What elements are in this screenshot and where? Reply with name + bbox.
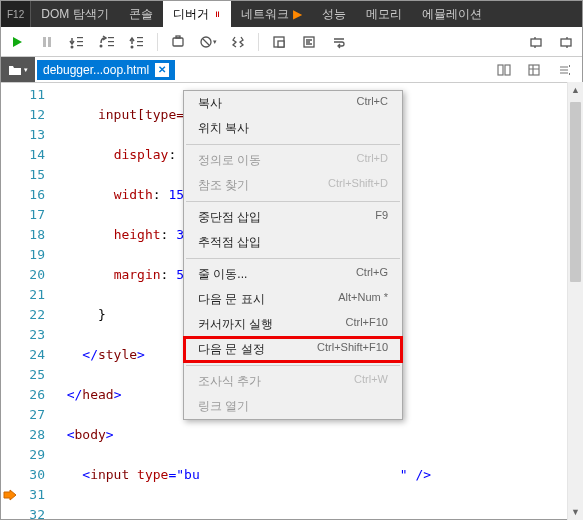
tab-network[interactable]: 네트워크 ▶ <box>231 1 312 27</box>
tab-f12[interactable]: F12 <box>1 1 31 27</box>
step-out-button[interactable] <box>127 32 147 52</box>
tab-memory[interactable]: 메모리 <box>356 1 412 27</box>
scroll-up-button[interactable]: ▲ <box>568 82 583 98</box>
svg-point-2 <box>71 45 74 48</box>
svg-rect-1 <box>48 37 51 47</box>
svg-rect-23 <box>505 65 510 75</box>
svg-point-10 <box>131 45 134 48</box>
toggle-panel-button[interactable] <box>554 60 574 80</box>
file-tab-label: debugger...oop.html <box>43 63 149 77</box>
toolbar-separator <box>258 33 259 51</box>
svg-rect-7 <box>108 37 114 38</box>
tab-network-label: 네트워크 <box>241 6 289 23</box>
open-file-button[interactable]: ▾ <box>1 57 35 82</box>
tab-debugger-label: 디버거 <box>173 6 209 23</box>
step-into-button[interactable] <box>67 32 87 52</box>
svg-rect-4 <box>77 41 83 42</box>
continue-button[interactable] <box>7 32 27 52</box>
callstack-panel-button[interactable] <box>556 32 576 52</box>
pause-indicator-icon: ⏸ <box>213 10 221 19</box>
scroll-thumb[interactable] <box>570 102 581 282</box>
svg-rect-20 <box>531 39 541 46</box>
tab-debugger[interactable]: 디버거 ⏸ <box>163 1 231 27</box>
compare-button[interactable] <box>494 60 514 80</box>
debugger-toolbar: ▾ <box>1 27 582 57</box>
svg-rect-22 <box>498 65 503 75</box>
source-map-button[interactable] <box>524 60 544 80</box>
break-new-worker-button[interactable] <box>168 32 188 52</box>
svg-rect-13 <box>137 45 143 46</box>
vertical-scrollbar[interactable]: ▲ ▼ <box>567 82 583 520</box>
step-over-button[interactable] <box>97 32 117 52</box>
scroll-down-button[interactable]: ▼ <box>568 504 583 520</box>
menu-find-references: 참조 찾기Ctrl+Shift+D <box>184 173 402 198</box>
svg-rect-15 <box>176 36 180 38</box>
tab-dom-explorer[interactable]: DOM 탐색기 <box>31 1 118 27</box>
tab-console[interactable]: 콘솔 <box>119 1 163 27</box>
menu-goto-line[interactable]: 줄 이동...Ctrl+G <box>184 262 402 287</box>
break-all-button[interactable] <box>228 32 248 52</box>
file-tab-bar: ▾ debugger...oop.html ✕ <box>1 57 582 83</box>
toolbar-separator <box>157 33 158 51</box>
menu-separator <box>186 144 400 145</box>
svg-rect-12 <box>137 41 143 42</box>
svg-rect-3 <box>77 37 83 38</box>
menu-insert-tracepoint[interactable]: 추적점 삽입 <box>184 230 402 255</box>
svg-rect-0 <box>43 37 46 47</box>
menu-run-to-cursor[interactable]: 커서까지 실행Ctrl+F10 <box>184 312 402 337</box>
execution-pointer-icon <box>1 485 19 505</box>
menu-separator <box>186 258 400 259</box>
menu-set-next-statement[interactable]: 다음 문 설정Ctrl+Shift+F10 <box>184 337 402 362</box>
menu-copy[interactable]: 복사Ctrl+C <box>184 91 402 116</box>
menu-copy-location[interactable]: 위치 복사 <box>184 116 402 141</box>
word-wrap-button[interactable] <box>329 32 349 52</box>
svg-rect-24 <box>529 65 539 75</box>
menu-add-watch: 조사식 추가Ctrl+W <box>184 369 402 394</box>
pretty-print-button[interactable] <box>299 32 319 52</box>
file-tab-close-button[interactable]: ✕ <box>155 63 169 77</box>
menu-insert-breakpoint[interactable]: 중단점 삽입F9 <box>184 205 402 230</box>
execution-gutter <box>1 83 19 519</box>
svg-point-6 <box>100 44 103 47</box>
svg-rect-21 <box>561 39 571 46</box>
menu-open-link: 링크 열기 <box>184 394 402 419</box>
svg-rect-9 <box>108 45 114 46</box>
file-tab[interactable]: debugger...oop.html ✕ <box>37 60 175 80</box>
svg-rect-5 <box>77 45 83 46</box>
exception-behavior-button[interactable]: ▾ <box>198 32 218 52</box>
devtools-tab-bar: F12 DOM 탐색기 콘솔 디버거 ⏸ 네트워크 ▶ 성능 메모리 에뮬레이션 <box>1 1 582 27</box>
menu-show-next-statement[interactable]: 다음 문 표시Alt+Num * <box>184 287 402 312</box>
context-menu: 복사Ctrl+C 위치 복사 정의로 이동Ctrl+D 참조 찾기Ctrl+Sh… <box>183 90 403 420</box>
pause-button[interactable] <box>37 32 57 52</box>
svg-rect-14 <box>173 38 183 46</box>
svg-rect-8 <box>108 41 114 42</box>
menu-separator <box>186 201 400 202</box>
menu-goto-definition: 정의로 이동Ctrl+D <box>184 148 402 173</box>
watches-panel-button[interactable] <box>526 32 546 52</box>
menu-separator <box>186 365 400 366</box>
tab-emulation[interactable]: 에뮬레이션 <box>412 1 492 27</box>
network-play-icon: ▶ <box>293 7 302 21</box>
just-my-code-button[interactable] <box>269 32 289 52</box>
svg-rect-18 <box>278 41 284 47</box>
tab-performance[interactable]: 성능 <box>312 1 356 27</box>
line-number-gutter: 1112131415161718192021222324252627282930… <box>19 83 51 519</box>
svg-rect-11 <box>137 37 143 38</box>
